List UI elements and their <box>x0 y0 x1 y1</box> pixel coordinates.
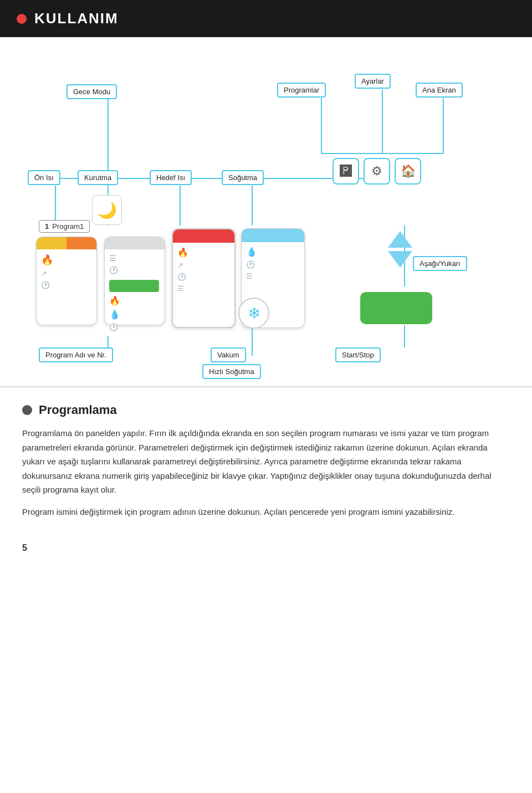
program-number: 1 <box>45 222 49 231</box>
ana-ekran-icon-btn[interactable]: 🏠 <box>395 158 421 185</box>
program-adi-label: Program Adı ve Nr. <box>39 347 113 362</box>
arrow-icon-3: ↗ <box>177 261 183 269</box>
program-name-bar: 1 Program1 <box>39 220 90 233</box>
snowflake-icon: ❄ <box>248 304 260 323</box>
flame-icon-1: 🔥 <box>41 254 53 266</box>
kurutma-label: Kurutma <box>78 170 118 185</box>
program-card-2: ☰ 🕐 🔥 💧 🕐 <box>104 237 165 325</box>
clock-icon-4: 🕐 <box>246 260 255 269</box>
ana-ekran-label: Ana Ekran <box>416 83 463 98</box>
on-isi-label: Ön Isı <box>28 170 60 185</box>
start-stop-btn[interactable] <box>360 292 432 324</box>
diagram-container: Gece Modu Programlar Ayarlar Ana Ekran Ö… <box>22 54 510 375</box>
programlama-section: Programlama Programlama ön panelden yapı… <box>0 387 532 532</box>
asagi-yukari-label: Aşağı/Yukarı <box>413 256 467 271</box>
drop-icon-4: 💧 <box>246 247 257 257</box>
page-title: KULLANIM <box>34 10 119 27</box>
list-icon-2: ☰ <box>109 254 116 263</box>
header-dot <box>17 14 27 24</box>
arrows-up-down <box>388 231 412 268</box>
programlar-icon-btn[interactable]: 🅿 <box>332 158 359 185</box>
gece-modu-label: Gece Modu <box>66 84 117 99</box>
section-title: Programlama <box>39 403 117 417</box>
vakum-label: Vakum <box>211 347 246 362</box>
programlar-label: Programlar <box>277 83 326 98</box>
clock-icon-1: 🕐 <box>41 281 50 289</box>
flame-icon-3: 🔥 <box>177 247 188 258</box>
moon-icon: 🌙 <box>98 201 117 219</box>
page-header: KULLANIM <box>0 0 532 37</box>
top-icon-buttons: 🅿 ⚙ 🏠 <box>332 158 421 185</box>
ayarlar-label: Ayarlar <box>355 74 391 89</box>
program-name: Program1 <box>52 222 84 231</box>
hizli-sogutma-label: Hızlı Soğutma <box>202 364 261 379</box>
sogutma-label: Soğutma <box>222 170 264 185</box>
clock-icon-3: 🕐 <box>177 273 186 281</box>
section-dot <box>22 405 32 415</box>
arrow-icon-1: ↗ <box>41 269 47 278</box>
diagram-section: Gece Modu Programlar Ayarlar Ana Ekran Ö… <box>0 37 532 387</box>
flame-icon-2: 🔥 <box>109 295 120 306</box>
clock-icon-2: 🕐 <box>109 266 118 274</box>
program-card-1: 🔥 ↗ 🕐 <box>36 237 97 325</box>
programlama-text-2: Program ismini değiştirmek için program … <box>22 505 510 519</box>
programlama-text-1: Programlama ön panelden yapılır. Fırın i… <box>22 426 510 497</box>
program-card-3: 🔥 ↗ 🕐 ☰ <box>172 228 236 328</box>
clock-icon-2b: 🕐 <box>109 323 118 331</box>
section-header: Programlama <box>22 403 510 417</box>
ayarlar-icon-btn[interactable]: ⚙ <box>364 158 390 185</box>
drop-icon-2: 💧 <box>109 309 120 320</box>
hedef-isi-label: Hedef Isı <box>150 170 192 185</box>
start-stop-label: Start/Stop <box>335 347 381 362</box>
list-icon-3: ☰ <box>177 284 184 293</box>
arrow-down-icon <box>388 251 412 268</box>
arrow-up-icon <box>388 231 412 248</box>
vakum-btn[interactable]: ❄ <box>238 298 269 329</box>
moon-widget: 🌙 <box>92 195 122 225</box>
list-icon-4: ☰ <box>246 272 253 280</box>
page-number: 5 <box>0 532 532 564</box>
